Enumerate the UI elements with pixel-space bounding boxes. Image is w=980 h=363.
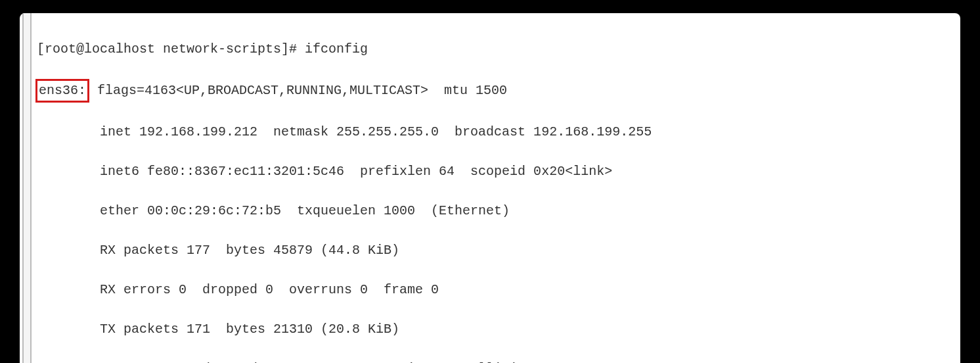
prompt-line: [root@localhost network-scripts]# ifconf… [37, 39, 960, 59]
interface-stat-line: ether 00:0c:29:6c:72:b5 txqueuelen 1000 … [37, 201, 960, 221]
terminal-window: [root@localhost network-scripts]# ifconf… [20, 13, 960, 363]
interface-flags: flags=4163<UP,BROADCAST,RUNNING,MULTICAS… [89, 83, 507, 98]
interface-stat-line: RX packets 177 bytes 45879 (44.8 KiB) [37, 241, 960, 260]
interface-name-highlight: ens36: [35, 79, 89, 103]
interface-stat-line: inet6 fe80::8367:ec11:3201:5c46 prefixle… [37, 162, 960, 182]
terminal-content[interactable]: [root@localhost network-scripts]# ifconf… [37, 20, 960, 363]
shell-prompt: [root@localhost network-scripts]# [37, 41, 305, 57]
interface-stat-line: inet 192.168.199.212 netmask 255.255.255… [37, 122, 960, 142]
interface-header-line: ens36: flags=4163<UP,BROADCAST,RUNNING,M… [37, 79, 960, 103]
command-text: ifconfig [305, 41, 368, 57]
scrollbar[interactable] [22, 13, 32, 363]
interface-stat-line: RX errors 0 dropped 0 overruns 0 frame 0 [37, 280, 960, 300]
interface-stat-line: TX packets 171 bytes 21310 (20.8 KiB) [37, 320, 960, 339]
interface-stat-line: TX errors 0 dropped 0 overruns 0 carrier… [37, 359, 960, 363]
